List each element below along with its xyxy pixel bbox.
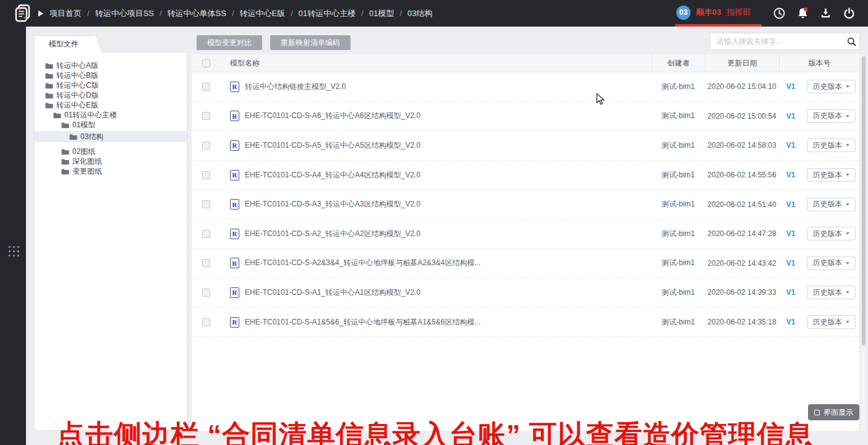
- version-badge[interactable]: V1: [786, 82, 796, 91]
- tree-item[interactable]: 转运中心C版: [35, 80, 187, 90]
- tree-item[interactable]: 深化图纸: [35, 156, 187, 166]
- breadcrumb-item[interactable]: 项目首页: [49, 8, 82, 19]
- version-badge[interactable]: V1: [786, 318, 796, 326]
- tree-item[interactable]: 转运中心B版: [35, 70, 187, 80]
- version-badge[interactable]: V1: [786, 259, 796, 268]
- history-version-label: 历史版本: [813, 111, 843, 121]
- search-input[interactable]: [710, 33, 844, 49]
- tree-item[interactable]: 01模型: [35, 120, 187, 130]
- breadcrumb-item[interactable]: 转运中心项目SS: [95, 8, 154, 19]
- select-all-checkbox[interactable]: [202, 59, 210, 67]
- history-version-button[interactable]: 历史版本: [807, 80, 856, 93]
- version-badge[interactable]: V1: [786, 200, 796, 209]
- model-name-link[interactable]: EHE-TC0101-CD-S-A4_转运中心A4区结构模型_V2.0: [245, 170, 420, 180]
- tree-item-label: 变更图纸: [72, 166, 102, 177]
- history-version-button[interactable]: 历史版本: [807, 286, 856, 299]
- remap-list-code-button[interactable]: 重新映射清单编码: [270, 35, 351, 50]
- breadcrumb-separator: /: [361, 9, 364, 18]
- history-version-label: 历史版本: [813, 140, 843, 151]
- version-badge[interactable]: V1: [786, 141, 796, 150]
- row-checkbox[interactable]: [202, 171, 210, 179]
- breadcrumb-item[interactable]: 01转运中心主楼: [299, 8, 355, 19]
- history-version-label: 历史版本: [813, 258, 843, 268]
- history-version-button[interactable]: 历史版本: [807, 315, 856, 329]
- tree-item[interactable]: 03结构: [35, 131, 187, 142]
- history-version-button[interactable]: 历史版本: [807, 227, 856, 240]
- breadcrumb-item[interactable]: 03结构: [407, 8, 432, 19]
- breadcrumb-caret-icon: [38, 11, 43, 17]
- tree-item[interactable]: 01转运中心主楼: [35, 110, 187, 120]
- clock-icon[interactable]: [773, 7, 786, 20]
- version-badge[interactable]: V1: [786, 229, 796, 238]
- row-checkbox[interactable]: [202, 112, 210, 120]
- power-icon[interactable]: [843, 7, 856, 20]
- revit-file-icon: R: [230, 199, 239, 210]
- model-name-link[interactable]: EHE-TC0101-CD-S-A2_转运中心A2区结构模型_V2.0: [245, 229, 420, 239]
- version-badge[interactable]: V1: [786, 112, 796, 121]
- breadcrumb-separator: /: [291, 9, 293, 18]
- history-version-button[interactable]: 历史版本: [807, 168, 856, 182]
- revit-file-icon: R: [230, 287, 239, 298]
- department-name: 指挥部: [726, 7, 751, 18]
- table-row: R EHE-TC0101-CD-S-A1&5&6_转运中心地坪板与桩基A1&5&…: [192, 308, 859, 337]
- active-tab-underline: [675, 24, 762, 27]
- caret-down-icon: [846, 321, 849, 323]
- breadcrumb-item[interactable]: 转运中心单体SS: [168, 8, 226, 19]
- folder-icon: [61, 168, 69, 175]
- tab-model-files[interactable]: 模型文件: [34, 35, 93, 53]
- creator-cell: 测试-bim1: [652, 258, 705, 268]
- model-name-link[interactable]: EHE-TC0101-CD-S-A6_转运中心A6区结构模型_V2.0: [245, 111, 420, 121]
- model-name-link[interactable]: EHE-TC0101-CD-S-A5_转运中心A5区结构模型_V2.0: [245, 140, 420, 151]
- tree-item[interactable]: 转运中心D版: [35, 90, 187, 100]
- model-compare-button[interactable]: 模型变更对比: [197, 35, 262, 50]
- model-file-panel: 转运中心A版 转运中心B版 转运中心C版 转运中心D版 转运中心E版 01转运中…: [34, 52, 187, 431]
- breadcrumb-item[interactable]: 转运中心E版: [240, 8, 286, 19]
- search-button[interactable]: [844, 33, 860, 50]
- bell-icon[interactable]: [796, 7, 809, 20]
- tree-item[interactable]: 转运中心E版: [35, 100, 187, 110]
- tree-item-label: 02图纸: [72, 146, 95, 157]
- tree-item[interactable]: 变更图纸: [35, 166, 187, 176]
- folder-icon: [45, 102, 53, 109]
- row-checkbox[interactable]: [202, 289, 210, 297]
- row-checkbox[interactable]: [202, 318, 210, 326]
- history-version-button[interactable]: 历史版本: [807, 256, 856, 270]
- model-name-link[interactable]: EHE-TC0101-CD-S-A2&3&4_转运中心地坪板与桩基A2&3&4区…: [245, 258, 480, 268]
- model-name-link[interactable]: EHE-TC0101-CD-S-A1_转运中心A1区结构模型_V2.0: [245, 287, 420, 298]
- creator-cell: 测试-bim1: [652, 199, 705, 210]
- scrollbar-thumb[interactable]: [862, 56, 866, 345]
- model-name-link[interactable]: EHE-TC0101-CD-S-A3_转运中心A3区结构模型_V2.0: [245, 199, 420, 210]
- revit-file-icon: R: [230, 111, 239, 121]
- model-name-link[interactable]: 转运中心结构链接主模型_V2.0: [245, 82, 346, 92]
- history-version-button[interactable]: 历史版本: [807, 198, 856, 211]
- update-date-cell: 2020-06-02 14:35:18: [705, 318, 779, 326]
- row-checkbox[interactable]: [202, 259, 210, 267]
- app-logo-icon[interactable]: [14, 4, 33, 23]
- row-checkbox[interactable]: [202, 230, 210, 238]
- creator-cell: 测试-bim1: [652, 140, 705, 151]
- model-table: 模型名称 创建者 更新日期 版本号 R 转运中心结构链接主模型_V2.0 测试-…: [192, 54, 859, 431]
- row-checkbox[interactable]: [202, 142, 210, 150]
- table-row: R EHE-TC0101-CD-S-A4_转运中心A4区结构模型_V2.0 测试…: [192, 161, 859, 190]
- user-menu[interactable]: 03 顺丰03 指挥部: [676, 0, 751, 25]
- version-badge[interactable]: V1: [786, 171, 796, 179]
- interface-display-button[interactable]: 界面显示: [808, 404, 859, 420]
- tree-item[interactable]: 转运中心A版: [35, 61, 187, 70]
- history-version-button[interactable]: 历史版本: [807, 138, 856, 152]
- header-version: 版本号: [779, 54, 859, 72]
- model-name-link[interactable]: EHE-TC0101-CD-S-A1&5&6_转运中心地坪板与桩基A1&5&6区…: [245, 317, 480, 328]
- apps-grid-icon[interactable]: [9, 246, 20, 257]
- search-box: [710, 33, 845, 50]
- header-creator: 创建者: [652, 54, 705, 72]
- download-icon[interactable]: [819, 7, 832, 20]
- version-badge[interactable]: V1: [786, 288, 796, 297]
- caret-down-icon: [846, 115, 849, 117]
- history-version-button[interactable]: 历史版本: [807, 109, 856, 123]
- tree-item[interactable]: 02图纸: [35, 146, 187, 156]
- row-checkbox[interactable]: [202, 83, 210, 91]
- table-row: R EHE-TC0101-CD-S-A3_转运中心A3区结构模型_V2.0 测试…: [192, 190, 859, 219]
- folder-icon: [61, 158, 69, 165]
- row-checkbox[interactable]: [202, 200, 210, 208]
- breadcrumb-item[interactable]: 01模型: [369, 8, 394, 19]
- history-version-label: 历史版本: [813, 317, 843, 328]
